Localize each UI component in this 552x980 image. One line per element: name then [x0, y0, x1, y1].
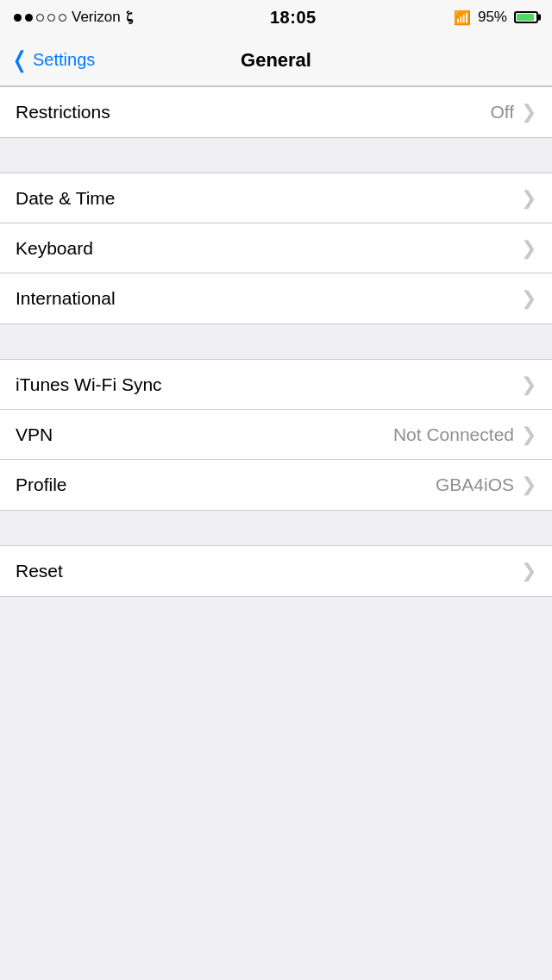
section-sync: iTunes Wi-Fi Sync ❯ VPN Not Connected ❯ … [0, 359, 552, 511]
international-right: ❯ [521, 289, 536, 308]
itunes-wifi-sync-label: iTunes Wi-Fi Sync [16, 374, 162, 395]
back-label: Settings [33, 50, 95, 70]
status-bar: Verizon 𝛇️ 18:05 📶 95% [0, 0, 552, 35]
signal-dots [14, 14, 66, 22]
spacer-1 [0, 138, 552, 173]
reset-right: ❯ [521, 562, 536, 581]
back-button[interactable]: ❬ Settings [10, 49, 95, 71]
date-time-right: ❯ [521, 189, 536, 208]
status-right: 📶 95% [454, 9, 538, 26]
settings-content: Restrictions Off ❯ Date & Time ❯ Keyboar… [0, 86, 552, 631]
status-left: Verizon 𝛇️ [14, 9, 133, 26]
international-chevron-icon: ❯ [521, 289, 536, 308]
keyboard-row[interactable]: Keyboard ❯ [0, 223, 552, 273]
nav-bar: ❬ Settings General [0, 35, 552, 86]
profile-chevron-icon: ❯ [521, 475, 536, 494]
page-title: General [241, 49, 311, 72]
keyboard-right: ❯ [521, 239, 536, 258]
profile-label: Profile [16, 474, 67, 495]
reset-row[interactable]: Reset ❯ [0, 546, 552, 596]
restrictions-row[interactable]: Restrictions Off ❯ [0, 87, 552, 137]
vpn-chevron-icon: ❯ [521, 425, 536, 444]
restrictions-chevron-icon: ❯ [521, 103, 536, 122]
section-reset: Reset ❯ [0, 545, 552, 597]
vpn-row[interactable]: VPN Not Connected ❯ [0, 410, 552, 460]
keyboard-chevron-icon: ❯ [521, 239, 536, 258]
profile-right: GBA4iOS ❯ [436, 474, 536, 495]
bluetooth-icon: 📶 [454, 9, 471, 26]
international-label: International [16, 288, 116, 309]
dot-3 [36, 14, 44, 22]
date-time-row[interactable]: Date & Time ❯ [0, 173, 552, 223]
spacer-bottom [0, 597, 552, 631]
section-restrictions: Restrictions Off ❯ [0, 86, 552, 138]
dot-2 [25, 14, 33, 22]
battery-container [514, 11, 538, 23]
back-chevron-icon: ❬ [10, 48, 29, 71]
itunes-wifi-sync-right: ❯ [521, 375, 536, 394]
reset-chevron-icon: ❯ [521, 562, 536, 581]
reset-label: Reset [16, 561, 63, 581]
restrictions-label: Restrictions [16, 102, 110, 122]
carrier-name: Verizon [72, 9, 121, 26]
battery-percent: 95% [478, 9, 507, 26]
vpn-right: Not Connected ❯ [393, 424, 536, 445]
restrictions-value: Off [490, 102, 514, 122]
restrictions-right: Off ❯ [490, 102, 536, 122]
battery-icon [514, 11, 538, 23]
keyboard-label: Keyboard [16, 238, 93, 259]
spacer-2 [0, 324, 552, 359]
date-time-label: Date & Time [16, 188, 116, 209]
section-locale: Date & Time ❯ Keyboard ❯ International ❯ [0, 173, 552, 324]
vpn-value: Not Connected [393, 424, 514, 445]
profile-value: GBA4iOS [436, 474, 514, 495]
spacer-3 [0, 511, 552, 545]
dot-5 [59, 14, 66, 22]
status-time: 18:05 [270, 8, 317, 28]
date-time-chevron-icon: ❯ [521, 189, 536, 208]
dot-1 [14, 14, 22, 22]
itunes-wifi-sync-row[interactable]: iTunes Wi-Fi Sync ❯ [0, 360, 552, 410]
dot-4 [47, 14, 55, 22]
wifi-icon: 𝛇️ [126, 9, 133, 25]
vpn-label: VPN [16, 424, 53, 445]
battery-fill [517, 14, 534, 21]
profile-row[interactable]: Profile GBA4iOS ❯ [0, 460, 552, 510]
international-row[interactable]: International ❯ [0, 273, 552, 324]
itunes-chevron-icon: ❯ [521, 375, 536, 394]
